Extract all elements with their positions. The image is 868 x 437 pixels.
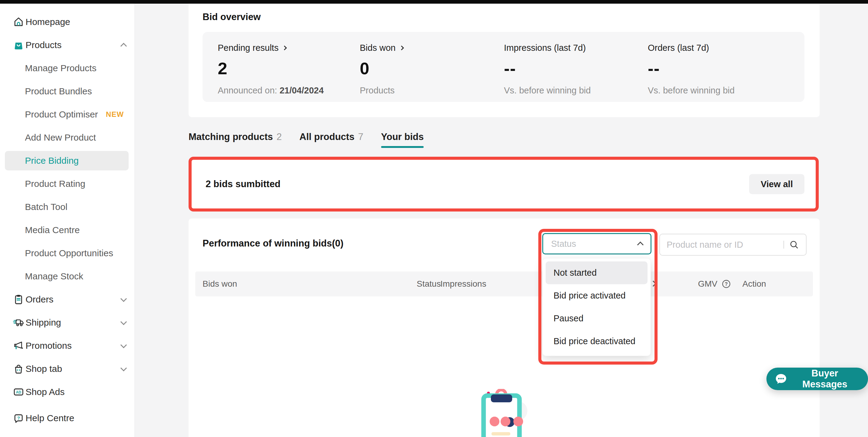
tab-all-products[interactable]: All products7 <box>300 132 364 148</box>
stat-subtext: Announced on: 21/04/2024 <box>218 86 323 95</box>
product-search-input[interactable] <box>666 240 781 250</box>
status-filter-dropdown: Not started Bid price activated Paused B… <box>542 258 651 356</box>
sidebar-item-shop-tab[interactable]: Shop tab <box>0 357 134 380</box>
products-tabs: Matching products2 All products7 Your bi… <box>189 132 424 148</box>
performance-title: Performance of winning bids(0) <box>203 238 343 249</box>
svg-text:AD: AD <box>16 390 21 395</box>
chat-bubble-icon <box>774 372 788 385</box>
buyer-messages-label: Buyer Messages <box>793 368 857 390</box>
stat-bids-won[interactable]: Bids won 0 Products <box>360 32 403 102</box>
sidebar-item-product-optimiser[interactable]: Product Optimiser NEW <box>0 103 134 126</box>
search-icon[interactable] <box>789 239 799 250</box>
chevron-right-icon <box>650 281 656 287</box>
sidebar-item-label: Products <box>26 40 61 50</box>
status-option-not-started[interactable]: Not started <box>546 261 648 284</box>
bid-overview-title: Bid overview <box>203 11 261 23</box>
column-header-action: Action <box>742 271 766 296</box>
stat-value: -- <box>504 58 591 78</box>
sidebar-item-product-opportunities[interactable]: Product Opportunities <box>0 242 134 265</box>
status-option-bid-price-activated[interactable]: Bid price activated <box>546 284 648 307</box>
sidebar-item-promotions[interactable]: Promotions <box>0 334 134 357</box>
chevron-up-icon <box>120 42 127 49</box>
svg-text:?: ? <box>17 415 20 420</box>
sidebar-item-manage-stock[interactable]: Manage Stock <box>0 265 134 288</box>
shop-ads-icon: AD <box>13 386 24 398</box>
home-icon <box>13 16 24 28</box>
chevron-down-icon <box>120 342 127 348</box>
svg-text:?: ? <box>725 282 728 287</box>
view-all-button[interactable]: View all <box>749 174 804 194</box>
sidebar-item-manage-products[interactable]: Manage Products <box>0 57 134 80</box>
sidebar-item-shipping[interactable]: Shipping <box>0 311 134 334</box>
chevron-right-icon <box>282 46 287 51</box>
bid-overview-stats-card: Pending results 2 Announced on: 21/04/20… <box>203 32 804 102</box>
column-header-status: Status <box>417 271 441 296</box>
sidebar-item-media-centre[interactable]: Media Centre <box>0 218 134 242</box>
winning-bids-table-header: Bids won Status Impressions GMV ? Action <box>195 271 813 296</box>
bids-submitted-banner: 2 bids sumbitted View all <box>189 157 819 211</box>
product-search-box[interactable] <box>659 234 807 256</box>
sidebar-item-products[interactable]: Products <box>0 33 134 57</box>
sidebar-item-shop-ads[interactable]: AD Shop Ads <box>0 380 134 404</box>
new-badge: NEW <box>106 110 124 119</box>
question-mark-icon[interactable]: ? <box>721 279 732 289</box>
sidebar-item-homepage[interactable]: Homepage <box>0 10 134 33</box>
tab-count: 2 <box>276 132 282 142</box>
search-divider <box>783 241 784 249</box>
stat-subtext: Products <box>360 86 403 95</box>
stat-subtext: Vs. before winning bid <box>504 86 591 95</box>
chevron-up-icon <box>637 241 644 248</box>
sidebar-item-orders[interactable]: Orders <box>0 288 134 311</box>
promotions-megaphone-icon <box>13 340 24 351</box>
chevron-down-icon <box>120 365 127 371</box>
status-filter-placeholder: Status <box>551 239 576 249</box>
sidebar-item-product-bundles[interactable]: Product Bundles <box>0 80 134 103</box>
stat-value: 2 <box>218 58 323 78</box>
stat-value: 0 <box>360 58 403 78</box>
status-option-bid-price-deactivated[interactable]: Bid price deactivated <box>546 330 648 353</box>
status-filter-select[interactable]: Status <box>542 233 651 254</box>
stat-value: -- <box>648 58 735 78</box>
sidebar-item-product-rating[interactable]: Product Rating <box>0 172 134 195</box>
products-bag-icon <box>13 39 24 51</box>
stat-impressions: Impressions (last 7d) -- Vs. before winn… <box>504 32 591 102</box>
sidebar-item-add-new-product[interactable]: Add New Product <box>0 126 134 149</box>
shipping-truck-icon <box>13 317 24 328</box>
stat-orders: Orders (last 7d) -- Vs. before winning b… <box>648 32 735 102</box>
sidebar-item-label: Homepage <box>26 17 70 27</box>
sidebar-item-price-bidding[interactable]: Price Bidding <box>0 149 134 172</box>
empty-state-illustration <box>480 389 541 437</box>
top-bar <box>0 0 868 4</box>
chevron-down-icon <box>120 295 127 302</box>
sidebar-item-help-centre[interactable]: ? Help Centre <box>0 407 134 430</box>
tab-count: 7 <box>358 132 363 142</box>
buyer-messages-button[interactable]: Buyer Messages <box>767 368 868 390</box>
column-header-impressions: Impressions <box>440 271 486 296</box>
tab-your-bids[interactable]: Your bids <box>381 132 424 148</box>
bids-submitted-text: 2 bids sumbitted <box>206 179 280 190</box>
orders-clipboard-icon <box>13 294 24 305</box>
column-header-gmv: GMV ? <box>698 271 732 296</box>
chevron-down-icon <box>120 319 127 325</box>
sidebar-item-batch-tool[interactable]: Batch Tool <box>0 195 134 218</box>
help-centre-icon: ? <box>13 412 24 424</box>
chevron-right-icon <box>399 46 404 51</box>
performance-panel: Performance of winning bids(0) Bids won … <box>189 218 819 437</box>
shop-tab-bag-icon <box>13 363 24 375</box>
bid-overview-panel: Bid overview Pending results 2 Announced… <box>189 4 819 117</box>
tab-matching-products[interactable]: Matching products2 <box>189 132 282 148</box>
column-header-bids-won: Bids won <box>203 271 237 296</box>
status-option-paused[interactable]: Paused <box>546 307 648 330</box>
stat-pending-results[interactable]: Pending results 2 Announced on: 21/04/20… <box>218 32 323 102</box>
stat-subtext: Vs. before winning bid <box>648 86 735 95</box>
sidebar: Homepage Products Manage Products Produc… <box>0 4 135 437</box>
